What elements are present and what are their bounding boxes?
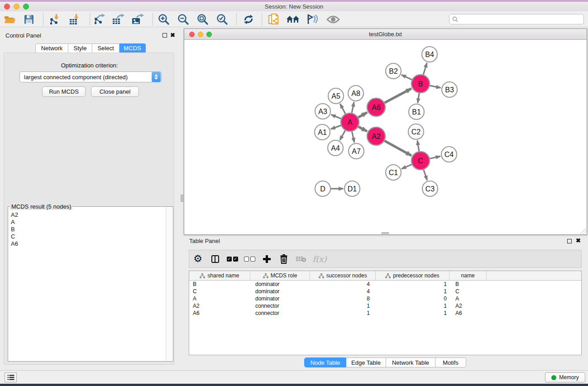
cell-predecessor-nodes[interactable]: 1 [376, 288, 450, 295]
graph-edge-C-C4[interactable] [430, 156, 440, 158]
import-table-button[interactable] [67, 13, 82, 26]
cell-predecessor-nodes[interactable]: 1 [376, 303, 450, 309]
mcds-result-item[interactable]: A2 [10, 211, 165, 219]
home-button[interactable] [285, 13, 301, 26]
table-row[interactable]: Adominator80A [189, 295, 581, 302]
graph-edge-B-B4[interactable] [423, 63, 427, 75]
window-resize-grip[interactable] [581, 229, 586, 234]
close-panel-icon[interactable]: ✖ [170, 32, 175, 38]
cell-shared-name[interactable]: A2 [189, 303, 250, 309]
refresh-button[interactable] [241, 13, 256, 26]
cell-name[interactable]: A6 [450, 310, 488, 316]
zoom-out-button[interactable] [176, 13, 191, 26]
column-header-shared-name[interactable]: shared name [189, 271, 250, 280]
splitter-handle-vertical[interactable] [181, 195, 183, 202]
cell-shared-name[interactable]: B [189, 281, 250, 287]
close-panel-button[interactable]: Close panel [91, 86, 139, 97]
graphics-details-button[interactable] [305, 13, 320, 26]
export-table-button[interactable] [110, 13, 126, 26]
cell-successor-nodes[interactable]: 1 [311, 303, 376, 309]
save-session-button[interactable] [21, 13, 37, 26]
cell-shared-name[interactable]: A [189, 295, 250, 302]
cell-name[interactable]: C [450, 288, 488, 295]
graph-edge-A-A4[interactable] [340, 130, 345, 140]
zoom-fit-button[interactable] [195, 13, 210, 26]
graph-edge-A-A3[interactable] [331, 114, 341, 119]
zoom-selected-button[interactable] [215, 13, 230, 26]
table-row[interactable]: A2connector11A2 [189, 302, 581, 310]
open-session-button[interactable] [2, 13, 18, 26]
cell-mcds-role[interactable]: dominator [250, 281, 311, 287]
search-field[interactable] [449, 14, 584, 24]
graph-edge-B-B3[interactable] [430, 86, 441, 88]
cell-predecessor-nodes[interactable]: 1 [376, 310, 450, 316]
mcds-result-item[interactable]: A [10, 219, 165, 226]
graph-edge-B-B2[interactable] [402, 75, 412, 80]
criterion-dropdown[interactable]: largest connected component (directed) [19, 71, 162, 82]
cell-shared-name[interactable]: A6 [189, 310, 250, 316]
cell-shared-name[interactable]: C [189, 288, 250, 295]
column-header-name[interactable]: name [449, 271, 487, 280]
add-column-button[interactable] [258, 251, 275, 267]
graph-edge-A-A5[interactable] [340, 104, 345, 114]
graph-edge-C-C3[interactable] [424, 170, 427, 180]
export-network-button[interactable] [91, 13, 107, 26]
cell-successor-nodes[interactable]: 4 [311, 288, 376, 295]
graph-edge-A-A6[interactable] [358, 112, 367, 117]
cell-mcds-role[interactable]: connector [250, 310, 311, 316]
graph-edge-A6-B[interactable] [385, 89, 411, 103]
cell-mcds-role[interactable]: dominator [250, 295, 311, 302]
graph-edge-A-A7[interactable] [352, 132, 354, 143]
column-header-MCDS-role[interactable]: MCDS role [250, 271, 311, 280]
cell-successor-nodes[interactable]: 4 [311, 281, 376, 287]
select-all-button[interactable]: ✓✓ [224, 251, 241, 267]
column-header-successor-nodes[interactable]: successor nodes [310, 271, 376, 280]
network-file-button[interactable] [266, 13, 282, 26]
table-row[interactable]: Cdominator41C [189, 288, 581, 295]
delete-row-button[interactable] [275, 251, 292, 267]
graph-edge-C-C1[interactable] [402, 164, 411, 169]
result-scrollbar[interactable] [166, 207, 172, 361]
run-mcds-button[interactable]: Run MCDS [42, 86, 86, 97]
tab-network-table[interactable]: Network Table [386, 357, 435, 367]
graph-edge-C-C2[interactable] [417, 141, 419, 151]
table-row[interactable]: A6connector11A6 [189, 310, 581, 317]
show-columns-button[interactable] [206, 251, 224, 267]
mcds-result-item[interactable]: B [10, 226, 165, 233]
column-header-predecessor-nodes[interactable]: predecessor nodes [376, 271, 449, 280]
tab-edge-table[interactable]: Edge Table [346, 357, 386, 367]
deselect-all-button[interactable] [241, 251, 258, 267]
graph-edge-B-B1[interactable] [418, 93, 419, 103]
cell-mcds-role[interactable]: connector [250, 303, 311, 309]
close-table-panel-icon[interactable]: ✖ [576, 237, 581, 244]
export-image-button[interactable] [130, 13, 145, 26]
zoom-in-button[interactable] [156, 13, 172, 26]
cell-predecessor-nodes[interactable]: 0 [376, 295, 450, 302]
cell-successor-nodes[interactable]: 1 [311, 310, 376, 316]
cell-name[interactable]: B [450, 281, 488, 287]
task-history-button[interactable] [5, 372, 17, 382]
import-network-button[interactable] [47, 13, 62, 26]
cell-name[interactable]: A2 [450, 303, 488, 309]
float-table-panel-icon[interactable] [567, 239, 572, 243]
mcds-result-item[interactable]: A6 [10, 240, 165, 248]
splitter-handle-horizontal[interactable] [382, 232, 389, 235]
tab-select[interactable]: Select [92, 43, 120, 53]
cell-predecessor-nodes[interactable]: 1 [376, 281, 450, 287]
network-window-titlebar[interactable]: testGlobe.txt [184, 29, 587, 40]
network-canvas[interactable]: AA1A2A3A4A5A6A7A8BB1B2B3B4CC1C2C3C4DD1 [185, 40, 586, 234]
tab-style[interactable]: Style [68, 43, 92, 53]
graph-edge-A-A8[interactable] [352, 102, 354, 113]
birds-eye-button[interactable] [325, 13, 341, 26]
tab-node-table[interactable]: Node Table [304, 357, 346, 367]
table-row[interactable]: Bdominator41B [189, 281, 581, 288]
tab-mcds[interactable]: MCDS [120, 43, 146, 53]
mcds-result-item[interactable]: C [10, 233, 165, 240]
memory-button[interactable]: Memory [545, 372, 585, 382]
cell-name[interactable]: A [450, 295, 488, 302]
cell-successor-nodes[interactable]: 8 [311, 295, 376, 302]
table-settings-button[interactable]: ⚙ [189, 251, 206, 267]
graph-edge-A-A1[interactable] [331, 125, 341, 129]
tab-network[interactable]: Network [35, 43, 68, 53]
graph-edge-A2-C[interactable] [384, 141, 411, 156]
